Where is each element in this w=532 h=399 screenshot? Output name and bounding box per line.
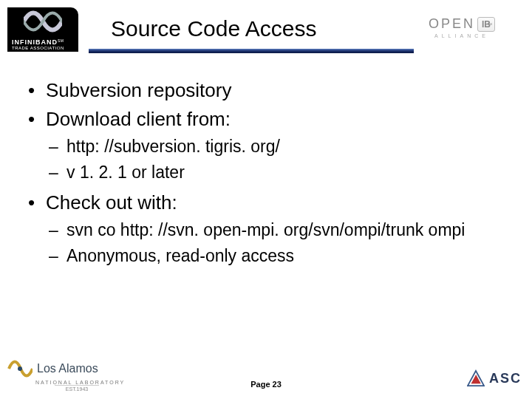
slide: INFINIBANDSM TRADE ASSOCIATION Source Co… — [0, 0, 532, 399]
openib-logo: ™ OPEN IB ALLIANCE — [414, 16, 510, 38]
footer: Los Alamos NATIONAL LABORATORY EST.1943 … — [0, 350, 532, 395]
openib-brand: OPEN — [429, 16, 475, 32]
bullet-level1: Subversion repository — [22, 78, 510, 103]
infiniband-sub: TRADE ASSOCIATION — [12, 46, 64, 50]
openib-box: IB — [477, 17, 495, 32]
bullet-level2: svn co http: //svn. open-mpi. org/svn/om… — [46, 219, 510, 242]
asc-logo: ASC — [467, 369, 522, 387]
bullet-level1: Check out with: svn co http: //svn. open… — [22, 190, 510, 267]
bullet-level1: Download client from: http: //subversion… — [22, 106, 510, 184]
los-alamos-swirl-icon — [7, 358, 33, 380]
infiniband-logo: INFINIBANDSM TRADE ASSOCIATION — [7, 7, 78, 52]
bullet-level2: v 1. 2. 1 or later — [46, 161, 510, 184]
openib-sub: ALLIANCE — [414, 33, 510, 38]
body: Subversion repository Download client fr… — [22, 78, 510, 273]
infiniband-brand: INFINIBAND — [12, 38, 58, 46]
svg-point-0 — [18, 366, 22, 371]
page-number: Page 23 — [0, 380, 532, 389]
infiniband-swoosh-icon — [24, 9, 62, 34]
header: INFINIBANDSM TRADE ASSOCIATION Source Co… — [7, 7, 525, 59]
slide-title: Source Code Access — [111, 16, 316, 41]
title-rule — [89, 49, 414, 53]
asc-triangle-icon — [467, 369, 485, 387]
bullet-level2: Anonymous, read-only access — [46, 245, 510, 267]
bullet-level2: http: //subversion. tigris. org/ — [46, 135, 510, 158]
